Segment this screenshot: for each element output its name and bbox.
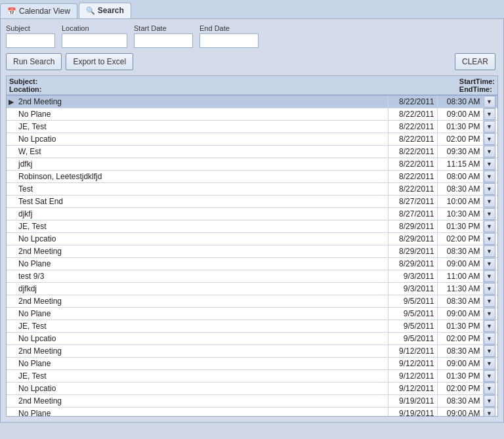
row-dropdown-button[interactable]: ▼ [484,408,495,417]
table-row[interactable]: JE, Test9/12/201101:30 PM▼ [7,370,497,383]
row-indicator [7,358,16,370]
row-dropdown-button[interactable]: ▼ [484,383,495,394]
table-row[interactable]: test 9/39/3/201111:00 AM▼ [7,270,497,283]
left-buttons: Run Search Export to Excel [6,53,133,70]
row-dropdown-cell: ▼ [483,158,497,171]
tab-search-label: Search [98,6,124,15]
clear-button[interactable]: CLEAR [455,53,495,70]
table-row[interactable]: No Lpcatio9/5/201102:00 PM▼ [7,333,497,345]
row-dropdown-button[interactable]: ▼ [484,158,495,170]
table-row[interactable]: No Lpcatio9/12/201102:00 PM▼ [7,383,497,395]
table-row[interactable]: 2nd Meeting9/19/201108:30 AM▼ [7,395,497,408]
tab-calendar-view[interactable]: 📅 Calendar View [0,3,77,18]
row-date: 9/12/2011 [388,345,437,358]
row-indicator [7,395,16,408]
startdate-input[interactable] [134,33,193,48]
table-row[interactable]: Test Sat End8/27/201110:00 AM▼ [7,196,497,208]
row-dropdown-button[interactable]: ▼ [484,295,495,307]
row-subject: JE, Test [16,220,388,233]
row-indicator [7,208,16,220]
row-indicator [7,108,16,121]
row-dropdown-button[interactable]: ▼ [484,308,495,320]
table-row[interactable]: No Lpcatio8/22/201102:00 PM▼ [7,133,497,146]
row-time: 09:00 AM [437,408,483,417]
row-dropdown-cell: ▼ [483,258,497,270]
subject-input[interactable] [6,33,55,48]
table-row[interactable]: 2nd Meeting9/12/201108:30 AM▼ [7,345,497,358]
row-indicator [7,171,16,183]
table-row[interactable]: No Plane9/5/201109:00 AM▼ [7,308,497,320]
row-subject: Test [16,183,388,196]
enddate-input[interactable] [200,33,259,48]
row-dropdown-button[interactable]: ▼ [484,370,495,382]
table-row[interactable]: jdfkj8/22/201111:15 AM▼ [7,158,497,171]
info-left: Subject: Location: [9,77,42,93]
table-row[interactable]: W, Est8/22/201109:30 AM▼ [7,146,497,158]
row-dropdown-button[interactable]: ▼ [484,146,495,157]
table-row[interactable]: JE, Test8/29/201101:30 PM▼ [7,220,497,233]
table-row[interactable]: No Plane9/12/201109:00 AM▼ [7,358,497,370]
row-indicator [7,408,16,417]
subject-field: Subject [6,24,55,48]
run-search-button[interactable]: Run Search [6,53,62,70]
table-row[interactable]: 2nd Meeting9/5/201108:30 AM▼ [7,295,497,308]
table-row[interactable]: ▶2nd Meeting8/22/201108:30 AM▼ [7,96,497,108]
table-row[interactable]: djfkdj9/3/201111:30 AM▼ [7,283,497,295]
row-time: 08:30 AM [437,395,483,408]
row-dropdown-button[interactable]: ▼ [484,395,495,407]
row-date: 8/22/2011 [388,121,437,133]
row-dropdown-button[interactable]: ▼ [484,258,495,270]
row-dropdown-button[interactable]: ▼ [484,320,495,332]
row-dropdown-cell: ▼ [483,171,497,183]
results-container[interactable]: ▶2nd Meeting8/22/201108:30 AM▼No Plane8/… [6,95,498,417]
table-row[interactable]: 2nd Meeting8/29/201108:30 AM▼ [7,245,497,258]
row-indicator [7,220,16,233]
table-row[interactable]: No Lpcatio8/29/201102:00 PM▼ [7,233,497,245]
tab-search[interactable]: 🔍 Search [79,3,131,18]
location-input[interactable] [62,33,127,48]
row-indicator [7,158,16,171]
row-time: 01:30 PM [437,320,483,333]
row-dropdown-button[interactable]: ▼ [484,208,495,220]
row-subject: 2nd Meeting [16,345,388,358]
row-subject: Robinson, Leetestjdklfjd [16,171,388,183]
row-dropdown-button[interactable]: ▼ [484,171,495,182]
row-date: 9/12/2011 [388,358,437,370]
row-dropdown-button[interactable]: ▼ [484,183,495,195]
table-row[interactable]: No Plane9/19/201109:00 AM▼ [7,408,497,417]
row-date: 8/22/2011 [388,183,437,196]
row-subject: 2nd Meeting [16,245,388,258]
button-row: Run Search Export to Excel CLEAR [6,53,498,70]
table-row[interactable]: Test8/22/201108:30 AM▼ [7,183,497,196]
row-dropdown-button[interactable]: ▼ [484,345,495,357]
row-dropdown-button[interactable]: ▼ [484,108,495,120]
row-dropdown-button[interactable]: ▼ [484,233,495,245]
row-dropdown-button[interactable]: ▼ [484,220,495,232]
row-dropdown-button[interactable]: ▼ [484,270,495,282]
row-dropdown-button[interactable]: ▼ [484,133,495,145]
row-dropdown-cell: ▼ [483,220,497,233]
row-dropdown-cell: ▼ [483,383,497,395]
row-date: 8/29/2011 [388,245,437,258]
row-dropdown-button[interactable]: ▼ [484,333,495,345]
row-dropdown-button[interactable]: ▼ [484,245,495,257]
row-dropdown-button[interactable]: ▼ [484,196,495,207]
row-dropdown-cell: ▼ [483,345,497,358]
table-row[interactable]: No Plane8/29/201109:00 AM▼ [7,258,497,270]
row-date: 8/22/2011 [388,171,437,183]
row-dropdown-button[interactable]: ▼ [484,121,495,133]
row-dropdown-button[interactable]: ▼ [484,96,495,108]
table-row[interactable]: JE, Test9/5/201101:30 PM▼ [7,320,497,333]
row-dropdown-button[interactable]: ▼ [484,358,495,369]
table-row[interactable]: Robinson, Leetestjdklfjd8/22/201108:00 A… [7,171,497,183]
table-row[interactable]: djkfj8/27/201110:30 AM▼ [7,208,497,220]
table-row[interactable]: No Plane8/22/201109:00 AM▼ [7,108,497,121]
row-time: 09:00 AM [437,258,483,270]
startdate-field: Start Date [134,24,193,48]
row-time: 08:30 AM [437,183,483,196]
info-row: Subject: Location: StartTime: EndTime: [6,75,498,95]
row-date: 8/22/2011 [388,146,437,158]
table-row[interactable]: JE, Test8/22/201101:30 PM▼ [7,121,497,133]
export-excel-button[interactable]: Export to Excel [66,53,133,70]
row-dropdown-button[interactable]: ▼ [484,283,495,295]
